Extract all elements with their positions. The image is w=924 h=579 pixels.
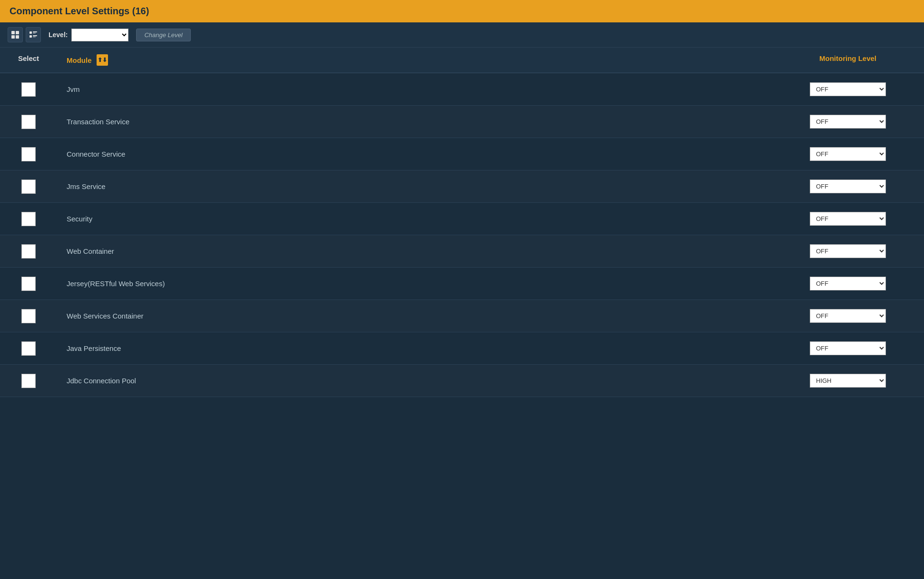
module-cell: Connector Service [57, 138, 772, 170]
monitoring-level-select[interactable]: OFFLOWMEDIUMHIGH [810, 277, 886, 290]
module-name: Jvm [67, 85, 80, 93]
monitoring-level-select[interactable]: OFFLOWMEDIUMHIGH [810, 341, 886, 355]
monitoring-level-cell: OFFLOWMEDIUMHIGH [772, 73, 924, 105]
monitoring-level-cell: OFFLOWMEDIUMHIGH [772, 203, 924, 235]
monitoring-level-select[interactable]: OFFLOWMEDIUMHIGH [810, 212, 886, 226]
sort-icon[interactable]: ⬆⬇ [97, 54, 108, 66]
level-container: Level: OFF LOW MEDIUM HIGH [49, 29, 128, 41]
row-checkbox[interactable] [21, 180, 36, 194]
monitoring-level-select[interactable]: OFFLOWMEDIUMHIGH [810, 115, 886, 129]
module-name: Java Persistence [67, 344, 121, 352]
svg-rect-8 [33, 35, 37, 36]
list-view-icon[interactable] [26, 27, 41, 42]
monitoring-level-select[interactable]: OFFLOWMEDIUMHIGH [810, 374, 886, 388]
module-name: Jdbc Connection Pool [67, 377, 136, 385]
select-cell [0, 332, 57, 364]
change-level-button[interactable]: Change Level [136, 29, 190, 41]
row-checkbox[interactable] [21, 374, 36, 388]
monitoring-level-select[interactable]: OFFLOWMEDIUMHIGH [810, 82, 886, 96]
svg-rect-0 [11, 31, 15, 34]
svg-rect-9 [33, 37, 36, 37]
table-row: JvmOFFLOWMEDIUMHIGH [0, 73, 924, 106]
monitoring-level-cell: OFFLOWMEDIUMHIGH [772, 300, 924, 332]
table-row: SecurityOFFLOWMEDIUMHIGH [0, 203, 924, 235]
module-name: Transaction Service [67, 118, 129, 126]
monitoring-level-cell: OFFLOWMEDIUMHIGH [772, 170, 924, 202]
monitoring-level-cell: OFFLOWMEDIUMHIGH [772, 332, 924, 364]
module-name: Security [67, 215, 92, 223]
svg-rect-2 [11, 35, 15, 39]
select-cell [0, 300, 57, 332]
monitoring-level-cell: OFFLOWMEDIUMHIGH [772, 235, 924, 267]
module-cell: Jersey(RESTful Web Services) [57, 268, 772, 299]
row-checkbox[interactable] [21, 82, 36, 97]
header-monitoring-level: Monitoring Level [772, 48, 924, 72]
monitoring-level-select[interactable]: OFFLOWMEDIUMHIGH [810, 244, 886, 258]
table-container: Select Module ⬆⬇ Monitoring Level JvmOFF… [0, 48, 924, 397]
row-checkbox[interactable] [21, 341, 36, 356]
header-bar: Component Level Settings (16) [0, 0, 924, 22]
table-row: Web Services ContainerOFFLOWMEDIUMHIGH [0, 300, 924, 332]
select-cell [0, 73, 57, 105]
select-cell [0, 268, 57, 299]
select-cell [0, 106, 57, 138]
table-body: JvmOFFLOWMEDIUMHIGHTransaction ServiceOF… [0, 73, 924, 397]
monitoring-level-select[interactable]: OFFLOWMEDIUMHIGH [810, 147, 886, 161]
svg-rect-1 [16, 31, 19, 34]
monitoring-level-cell: OFFLOWMEDIUMHIGH [772, 106, 924, 138]
level-select[interactable]: OFF LOW MEDIUM HIGH [71, 29, 128, 41]
select-cell [0, 235, 57, 267]
table-row: Jdbc Connection PoolOFFLOWMEDIUMHIGH [0, 365, 924, 397]
monitoring-level-cell: OFFLOWMEDIUMHIGH [772, 268, 924, 299]
svg-rect-4 [29, 31, 32, 34]
module-cell: Security [57, 203, 772, 235]
module-cell: Jms Service [57, 170, 772, 202]
module-name: Jersey(RESTful Web Services) [67, 280, 165, 288]
select-cell [0, 365, 57, 397]
svg-rect-7 [29, 35, 32, 38]
svg-rect-3 [16, 35, 19, 39]
module-cell: Web Container [57, 235, 772, 267]
row-checkbox[interactable] [21, 115, 36, 129]
monitoring-level-cell: OFFLOWMEDIUMHIGH [772, 365, 924, 397]
level-label: Level: [49, 31, 68, 39]
module-name: Jms Service [67, 182, 106, 190]
module-cell: Transaction Service [57, 106, 772, 138]
module-cell: Web Services Container [57, 300, 772, 332]
svg-rect-6 [33, 33, 36, 33]
module-name: Connector Service [67, 150, 125, 158]
row-checkbox[interactable] [21, 277, 36, 291]
monitoring-level-select[interactable]: OFFLOWMEDIUMHIGH [810, 180, 886, 193]
module-cell: Jdbc Connection Pool [57, 365, 772, 397]
table-header: Select Module ⬆⬇ Monitoring Level [0, 48, 924, 73]
header-select: Select [0, 48, 57, 72]
table-row: Web ContainerOFFLOWMEDIUMHIGH [0, 235, 924, 268]
module-name: Web Container [67, 247, 114, 255]
table-row: Java PersistenceOFFLOWMEDIUMHIGH [0, 332, 924, 365]
row-checkbox[interactable] [21, 309, 36, 323]
monitoring-level-cell: OFFLOWMEDIUMHIGH [772, 138, 924, 170]
toolbar: Level: OFF LOW MEDIUM HIGH Change Level [0, 22, 924, 48]
select-cell [0, 203, 57, 235]
select-cell [0, 138, 57, 170]
toolbar-icons [8, 27, 41, 42]
select-cell [0, 170, 57, 202]
row-checkbox[interactable] [21, 212, 36, 226]
row-checkbox[interactable] [21, 244, 36, 259]
module-cell: Jvm [57, 73, 772, 105]
monitoring-level-select[interactable]: OFFLOWMEDIUMHIGH [810, 309, 886, 323]
table-row: Jms ServiceOFFLOWMEDIUMHIGH [0, 170, 924, 203]
row-checkbox[interactable] [21, 147, 36, 161]
module-name: Web Services Container [67, 312, 143, 320]
page-title: Component Level Settings (16) [10, 6, 149, 17]
table-row: Jersey(RESTful Web Services)OFFLOWMEDIUM… [0, 268, 924, 300]
header-module: Module ⬆⬇ [57, 48, 772, 72]
grid-view-icon[interactable] [8, 27, 23, 42]
module-cell: Java Persistence [57, 332, 772, 364]
svg-rect-5 [33, 31, 37, 32]
table-row: Transaction ServiceOFFLOWMEDIUMHIGH [0, 106, 924, 138]
table-row: Connector ServiceOFFLOWMEDIUMHIGH [0, 138, 924, 170]
